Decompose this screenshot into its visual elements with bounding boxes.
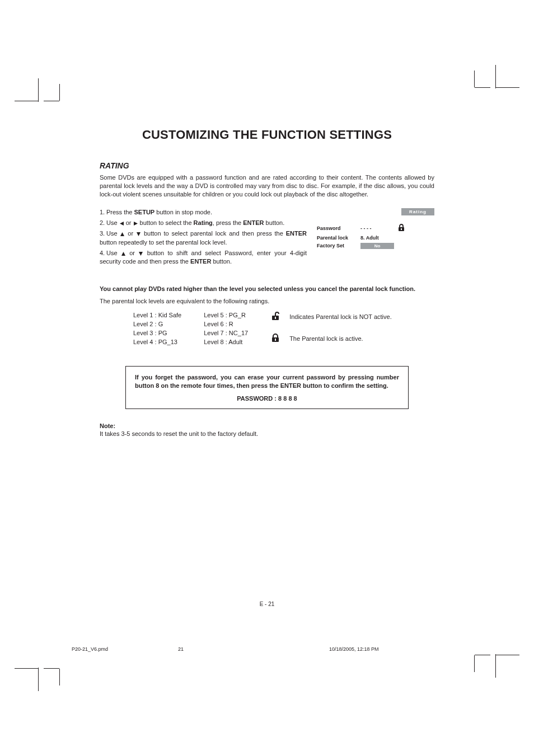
document-footer: P20-21_V6.pmd 21 10/18/2005, 12:18 PM [72, 646, 463, 652]
crop-mark [475, 655, 490, 655]
svg-marker-4 [121, 252, 125, 256]
crop-mark [474, 655, 475, 672]
crop-mark [474, 71, 475, 87]
callout-text: If you forget the password, you can eras… [135, 373, 399, 391]
footer-page: 21 [178, 646, 329, 652]
arrow-right-icon [133, 221, 138, 226]
osd-row-password: Password - - - - [317, 224, 434, 233]
osd-row-factory-set: Factory Set No [317, 243, 434, 249]
footer-filename: P20-21_V6.pmd [72, 646, 178, 652]
crop-mark [495, 65, 496, 88]
step-1: 1.Press the SETUP button in stop mode. [100, 208, 307, 217]
svg-marker-5 [139, 252, 143, 256]
svg-marker-3 [137, 232, 140, 236]
levels-column-2: Level 5 : PG_R Level 6 : R Level 7 : NC_… [204, 311, 248, 355]
password-reset-callout: If you forget the password, you can eras… [125, 366, 409, 409]
crop-mark [59, 84, 60, 101]
note-body: It takes 3-5 seconds to reset the unit t… [100, 430, 434, 437]
crop-mark [38, 668, 39, 691]
section-heading: RATING [100, 161, 434, 170]
crop-mark [15, 668, 38, 669]
levels-column-1: Level 1 : Kid Safe Level 2 : G Level 3 :… [133, 311, 181, 355]
crop-mark [44, 101, 59, 101]
page-title: CUSTOMIZING THE FUNCTION SETTINGS [100, 128, 434, 142]
arrow-left-icon [119, 221, 124, 226]
crop-mark [44, 668, 59, 669]
steps-list: 1.Press the SETUP button in stop mode. 2… [100, 208, 307, 269]
page-content: CUSTOMIZING THE FUNCTION SETTINGS RATING… [100, 128, 434, 437]
lock-closed-icon [397, 224, 405, 233]
note-heading: Note: [100, 422, 434, 429]
svg-marker-1 [134, 222, 138, 226]
arrow-down-icon [136, 232, 141, 237]
step-2: 2.Use or button to select the Rating, pr… [100, 219, 307, 227]
parental-lock-notice: You cannot play DVDs rated higher than t… [100, 285, 434, 292]
crop-mark [38, 78, 39, 102]
lock-closed-icon [270, 333, 280, 346]
lock-open-icon [270, 311, 280, 324]
osd-row-parental-lock: Parental lock 8. Adult [317, 235, 434, 241]
svg-marker-2 [120, 232, 124, 236]
svg-rect-7 [401, 228, 402, 230]
step-4: 4.Use or button to shift and select Pass… [100, 249, 307, 266]
legend-unlocked-text: Indicates Parental lock is NOT active. [289, 313, 392, 322]
legend-locked-text: The Parental lock is active. [289, 335, 363, 344]
crop-mark [59, 669, 60, 685]
equivalence-intro: The parental lock levels are equivalent … [100, 298, 434, 304]
svg-rect-9 [275, 317, 276, 319]
arrow-down-icon [138, 251, 143, 256]
crop-mark [496, 87, 519, 88]
arrow-up-icon [121, 251, 126, 256]
crop-mark [475, 87, 490, 88]
osd-tab: Rating [401, 208, 434, 215]
footer-datetime: 10/18/2005, 12:18 PM [329, 646, 463, 652]
crop-mark [495, 654, 496, 678]
step-3: 3.Use or button to select parental lock … [100, 229, 307, 247]
crop-mark [15, 101, 38, 101]
svg-rect-11 [275, 339, 276, 341]
osd-preview: Rating Password - - - - Parental lock 8.… [317, 208, 434, 269]
page-number: E - 21 [100, 601, 434, 607]
lock-legend: Indicates Parental lock is NOT active. T… [270, 311, 392, 355]
crop-mark [496, 655, 519, 655]
svg-marker-0 [120, 222, 124, 226]
callout-password: PASSWORD : 8 8 8 8 [135, 395, 399, 402]
intro-paragraph: Some DVDs are equipped with a password f… [100, 173, 434, 199]
